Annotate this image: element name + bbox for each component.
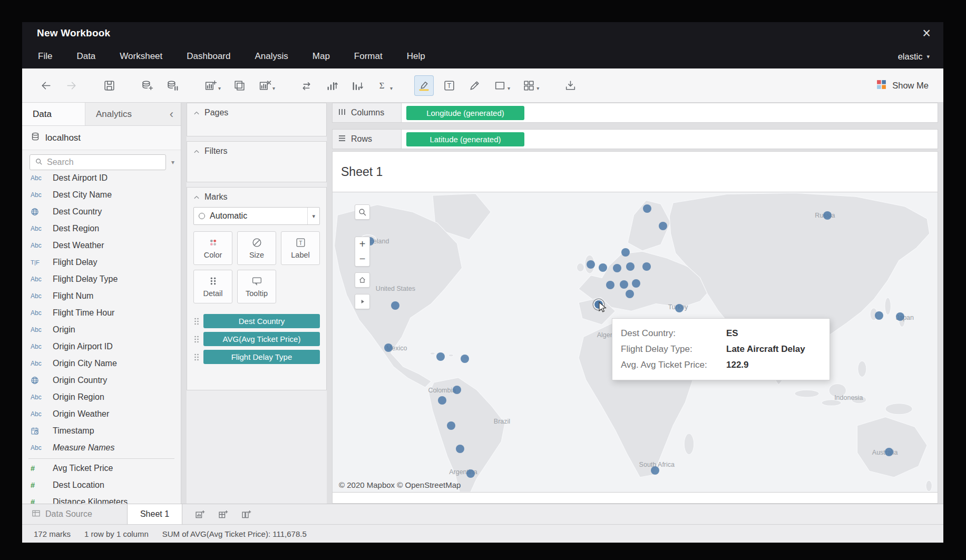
zoom-in-button[interactable]: + — [355, 237, 370, 252]
fit-button[interactable]: ▾ — [491, 76, 513, 95]
field-flight-num[interactable]: AbcFlight Num — [22, 288, 181, 304]
map-pan-button[interactable] — [355, 294, 370, 309]
columns-shelf-body[interactable]: Longitude (generated) — [402, 103, 938, 123]
show-mark-labels-button[interactable]: T — [440, 76, 458, 95]
map-mark[interactable] — [875, 311, 883, 320]
menu-help[interactable]: Help — [407, 51, 425, 62]
map-mark[interactable] — [587, 260, 595, 269]
redo-button[interactable] — [62, 76, 81, 95]
field-flight-delay[interactable]: T|FFlight Delay — [22, 254, 181, 271]
tab-sheet-1[interactable]: Sheet 1 — [127, 504, 182, 524]
pill-latitude-generated[interactable]: Latitude (generated) — [406, 132, 524, 146]
tab-analytics[interactable]: Analytics — [85, 103, 142, 125]
field-measure-names[interactable]: AbcMeasure Names — [22, 439, 181, 456]
map-mark[interactable] — [643, 204, 651, 213]
map-mark[interactable] — [606, 281, 614, 289]
map-mark[interactable] — [453, 386, 461, 394]
map-mark[interactable] — [632, 279, 640, 288]
field-distance-kilometers[interactable]: #Distance Kilometers — [22, 494, 181, 504]
field-flight-delay-type[interactable]: AbcFlight Delay Type — [22, 271, 181, 288]
field-dest-country[interactable]: Dest Country — [22, 203, 181, 220]
pill-flight-delay-type[interactable]: Flight Delay Type — [203, 350, 320, 364]
close-icon[interactable]: × — [922, 26, 931, 41]
map-mark[interactable] — [613, 264, 621, 272]
map-mark[interactable] — [391, 301, 399, 310]
new-story-button[interactable] — [237, 506, 255, 522]
field-origin-country[interactable]: Origin Country — [22, 372, 181, 389]
map-mark[interactable] — [461, 355, 469, 363]
swap-rows-columns-button[interactable] — [297, 76, 316, 95]
marks-tooltip-button[interactable]: Tooltip — [237, 270, 276, 303]
new-dashboard-button[interactable] — [214, 506, 232, 522]
menu-analysis[interactable]: Analysis — [255, 51, 288, 62]
menu-worksheet[interactable]: Worksheet — [120, 51, 162, 62]
download-button[interactable] — [561, 76, 580, 95]
save-button[interactable] — [100, 76, 119, 95]
map-mark[interactable] — [642, 262, 651, 271]
field-origin-airport-id[interactable]: AbcOrigin Airport ID — [22, 338, 181, 355]
highlight-button[interactable] — [415, 76, 433, 95]
field-origin-region[interactable]: AbcOrigin Region — [22, 389, 181, 406]
rows-shelf-body[interactable]: Latitude (generated) — [402, 129, 938, 149]
show-me-button[interactable]: Show Me — [876, 79, 929, 92]
map-mark[interactable] — [456, 445, 464, 453]
totals-button[interactable]: Σ▾ — [373, 76, 395, 95]
field-dest-weather[interactable]: AbcDest Weather — [22, 237, 181, 254]
menu-map[interactable]: Map — [313, 51, 330, 62]
menu-file[interactable]: File — [38, 51, 52, 62]
clear-sheet-button[interactable]: ▾ — [256, 76, 278, 95]
caret-down-icon[interactable]: ▾ — [169, 159, 177, 166]
collapse-pane-icon[interactable]: ‹ — [162, 103, 181, 125]
format-button[interactable] — [465, 76, 484, 95]
pill-dest-country[interactable]: Dest Country — [203, 314, 320, 328]
field-origin-city-name[interactable]: AbcOrigin City Name — [22, 355, 181, 372]
map-mark[interactable] — [823, 211, 832, 220]
field-origin[interactable]: AbcOrigin — [22, 321, 181, 338]
new-worksheet-button[interactable]: ▾ — [201, 76, 223, 95]
pill-avg-avg-ticket-price[interactable]: AVG(Avg Ticket Price) — [203, 332, 320, 346]
marks-size-button[interactable]: Size — [237, 231, 276, 265]
zoom-home-button[interactable] — [355, 272, 370, 288]
map-mark[interactable] — [659, 222, 667, 230]
map-mark[interactable] — [885, 448, 893, 456]
pause-auto-updates-button[interactable] — [163, 76, 182, 95]
map-mark[interactable] — [599, 263, 607, 272]
map-view[interactable]: RussiaIcelandUnited StatesMexicoColombia… — [333, 192, 938, 493]
map-mark[interactable] — [621, 248, 630, 257]
marks-detail-button[interactable]: Detail — [193, 270, 232, 303]
new-worksheet-button[interactable] — [191, 506, 209, 522]
marks-color-button[interactable]: Color — [193, 231, 232, 265]
map-mark[interactable] — [436, 352, 445, 361]
field-dest-region[interactable]: AbcDest Region — [22, 220, 181, 237]
map-mark[interactable] — [620, 280, 628, 289]
field-flight-time-hour[interactable]: AbcFlight Time Hour — [22, 304, 181, 321]
map-mark[interactable] — [447, 421, 455, 430]
undo-button[interactable] — [37, 76, 55, 95]
search-input[interactable]: Search — [30, 154, 166, 170]
pages-card[interactable]: Pages — [187, 103, 327, 136]
map-mark[interactable] — [896, 312, 904, 321]
map-search-button[interactable] — [355, 204, 370, 220]
filters-card[interactable]: Filters — [187, 141, 327, 182]
field-dest-city-name[interactable]: AbcDest City Name — [22, 186, 181, 203]
map-mark[interactable] — [466, 469, 475, 478]
account-menu[interactable]: elastic ▾ — [898, 52, 930, 62]
field-origin-weather[interactable]: AbcOrigin Weather — [22, 406, 181, 423]
duplicate-button[interactable] — [230, 76, 249, 95]
show-hide-cards-button[interactable]: ▾ — [520, 76, 542, 95]
field-timestamp[interactable]: Timestamp — [22, 423, 181, 439]
map-mark[interactable] — [438, 396, 446, 405]
pill-longitude-generated[interactable]: Longitude (generated) — [406, 106, 524, 120]
marks-label-button[interactable]: TLabel — [281, 231, 320, 265]
map-mark[interactable] — [384, 343, 393, 352]
menu-format[interactable]: Format — [354, 51, 383, 62]
zoom-out-button[interactable]: − — [355, 251, 370, 267]
tab-data[interactable]: Data — [22, 103, 85, 125]
menu-dashboard[interactable]: Dashboard — [187, 51, 230, 62]
field-dest-airport-id[interactable]: AbcDest Airport ID — [22, 174, 181, 186]
new-data-source-button[interactable] — [138, 76, 157, 95]
data-source-connection[interactable]: localhost — [22, 126, 181, 150]
field-dest-location[interactable]: #Dest Location — [22, 477, 181, 494]
tab-data-source[interactable]: Data Source — [22, 504, 102, 524]
map-mark[interactable] — [626, 290, 634, 298]
